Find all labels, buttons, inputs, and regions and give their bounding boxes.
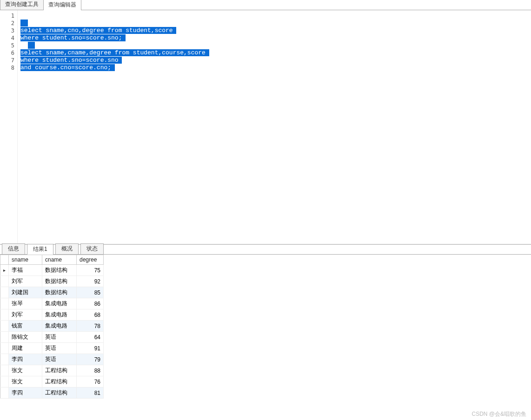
table-row[interactable]: 周建英语91 xyxy=(0,343,104,354)
cell-degree[interactable]: 64 xyxy=(77,332,104,343)
cell-sname[interactable]: 刘军 xyxy=(9,276,42,287)
cell-cname[interactable]: 英语 xyxy=(42,332,77,343)
tab-status[interactable]: 状态 xyxy=(80,243,104,254)
top-tabs: 查询创建工具查询编辑器 xyxy=(0,0,531,10)
row-handle[interactable] xyxy=(0,309,9,321)
row-handle[interactable] xyxy=(0,387,9,399)
results-table[interactable]: snamecnamedegree ▸李福数据结构75刘军数据结构92刘建国数据结… xyxy=(0,255,104,399)
cell-cname[interactable]: 集成电路 xyxy=(42,309,77,321)
tab-info[interactable]: 信息 xyxy=(2,243,25,254)
table-row[interactable]: 李四英语79 xyxy=(0,354,104,365)
cell-degree[interactable]: 92 xyxy=(77,276,104,287)
table-row[interactable]: 刘军数据结构92 xyxy=(0,276,104,287)
cell-cname[interactable]: 工程结构 xyxy=(42,387,77,399)
row-handle[interactable] xyxy=(0,343,9,354)
cell-sname[interactable]: 李四 xyxy=(9,387,42,399)
table-row[interactable]: 张文工程结构88 xyxy=(0,365,104,376)
row-handle[interactable] xyxy=(0,365,9,376)
table-row[interactable]: 钱富集成电路78 xyxy=(0,321,104,332)
cell-degree[interactable]: 88 xyxy=(77,365,104,376)
table-row[interactable]: 陈锦文英语64 xyxy=(0,332,104,343)
cell-sname[interactable]: 刘军 xyxy=(9,309,42,321)
cell-sname[interactable]: 陈锦文 xyxy=(9,332,42,343)
cell-sname[interactable]: 张琴 xyxy=(9,298,42,309)
cell-cname[interactable]: 工程结构 xyxy=(42,365,77,376)
row-handle[interactable] xyxy=(0,321,9,332)
cell-sname[interactable]: 刘建国 xyxy=(9,287,42,298)
bottom-tabs: 信息结果1概况状态 xyxy=(0,244,531,255)
cell-degree[interactable]: 79 xyxy=(77,354,104,365)
table-row[interactable]: 张文工程结构76 xyxy=(0,376,104,387)
column-header-sname[interactable]: sname xyxy=(9,255,42,265)
cell-cname[interactable]: 工程结构 xyxy=(42,376,77,387)
tab-result1[interactable]: 结果1 xyxy=(27,244,53,255)
cell-sname[interactable]: 钱富 xyxy=(9,321,42,332)
cell-degree[interactable]: 75 xyxy=(77,265,104,276)
sql-editor[interactable]: 12345678 select sname,cno,degree from st… xyxy=(0,10,531,244)
cell-degree[interactable]: 76 xyxy=(77,376,104,387)
cell-degree[interactable]: 86 xyxy=(77,298,104,309)
row-handle[interactable] xyxy=(0,332,9,343)
row-handle[interactable] xyxy=(0,298,9,309)
cell-cname[interactable]: 英语 xyxy=(42,343,77,354)
table-row[interactable]: ▸李福数据结构75 xyxy=(0,265,104,276)
cell-cname[interactable]: 英语 xyxy=(42,354,77,365)
column-header-degree[interactable]: degree xyxy=(77,255,104,265)
table-row[interactable]: 刘建国数据结构85 xyxy=(0,287,104,298)
cell-degree[interactable]: 81 xyxy=(77,387,104,399)
results-header-row: snamecnamedegree xyxy=(0,255,104,265)
cell-sname[interactable]: 李福 xyxy=(9,265,42,276)
column-header-cname[interactable]: cname xyxy=(42,255,77,265)
row-handle[interactable] xyxy=(0,354,9,365)
cell-cname[interactable]: 数据结构 xyxy=(42,265,77,276)
cell-sname[interactable]: 周建 xyxy=(9,343,42,354)
cell-sname[interactable]: 张文 xyxy=(9,365,42,376)
row-handle[interactable] xyxy=(0,376,9,387)
tab-query-editor[interactable]: 查询编辑器 xyxy=(43,0,81,10)
editor-gutter: 12345678 xyxy=(0,10,18,244)
editor-code[interactable]: select sname,cno,degree from student,sco… xyxy=(18,10,531,244)
tab-query-builder[interactable]: 查询创建工具 xyxy=(0,0,44,10)
row-handle[interactable] xyxy=(0,287,9,298)
cell-degree[interactable]: 78 xyxy=(77,321,104,332)
cell-sname[interactable]: 李四 xyxy=(9,354,42,365)
row-handle[interactable]: ▸ xyxy=(0,265,9,276)
row-handle-header xyxy=(0,255,9,265)
table-row[interactable]: 刘军集成电路68 xyxy=(0,309,104,321)
results-panel[interactable]: snamecnamedegree ▸李福数据结构75刘军数据结构92刘建国数据结… xyxy=(0,255,531,419)
cell-degree[interactable]: 91 xyxy=(77,343,104,354)
table-row[interactable]: 李四工程结构81 xyxy=(0,387,104,399)
cell-cname[interactable]: 数据结构 xyxy=(42,276,77,287)
row-handle[interactable] xyxy=(0,276,9,287)
cell-cname[interactable]: 数据结构 xyxy=(42,287,77,298)
cell-degree[interactable]: 85 xyxy=(77,287,104,298)
cell-degree[interactable]: 68 xyxy=(77,309,104,321)
tab-profile[interactable]: 概况 xyxy=(55,243,79,254)
cell-cname[interactable]: 集成电路 xyxy=(42,321,77,332)
cell-sname[interactable]: 张文 xyxy=(9,376,42,387)
table-row[interactable]: 张琴集成电路86 xyxy=(0,298,104,309)
cell-cname[interactable]: 集成电路 xyxy=(42,298,77,309)
